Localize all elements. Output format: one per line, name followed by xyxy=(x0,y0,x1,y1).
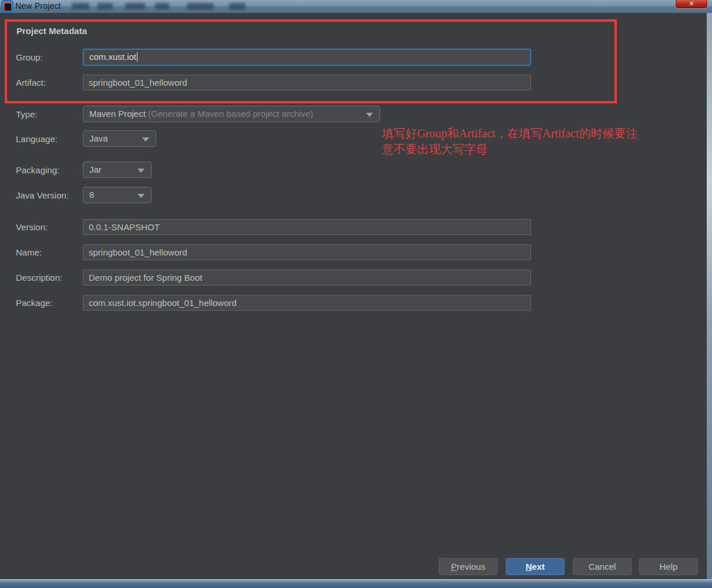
screen: New Project ✕ Project Metadata Group: co… xyxy=(0,0,712,588)
packaging-label: Packaging: xyxy=(16,162,59,178)
chevron-down-icon xyxy=(137,194,145,198)
blurred-menu-item xyxy=(229,3,246,9)
description-label: Description: xyxy=(16,270,62,285)
artifact-input[interactable]: springboot_01_helloword xyxy=(83,75,531,90)
window-title: New Project xyxy=(15,1,61,11)
red-annotation-text: 填写好Group和Artifact，在填写Artifact的时候要注 意不要出现… xyxy=(382,126,711,157)
type-dropdown-hint: (Generate a Maven based project archive) xyxy=(146,109,313,119)
group-input[interactable]: com.xust.iot xyxy=(83,49,531,66)
cancel-button[interactable]: Cancel xyxy=(573,558,632,575)
version-label: Version: xyxy=(16,219,48,235)
type-dropdown[interactable]: Maven Project (Generate a Maven based pr… xyxy=(83,106,380,122)
blurred-menu-item xyxy=(187,3,214,9)
annotation-line-1: 填写好Group和Artifact，在填写Artifact的时候要注 xyxy=(382,126,711,142)
name-input[interactable]: springboot_01_helloword xyxy=(83,244,531,260)
intellij-app-icon xyxy=(2,1,12,12)
previous-button[interactable]: Previous xyxy=(439,558,498,575)
packaging-dropdown[interactable]: Jar xyxy=(83,162,152,178)
blurred-menu-item xyxy=(98,3,113,9)
blurred-menu-item xyxy=(72,3,89,9)
window-right-edge xyxy=(706,13,712,579)
blurred-menu-item xyxy=(125,3,145,9)
description-input[interactable]: Demo project for Spring Boot xyxy=(83,270,531,285)
version-input[interactable]: 0.0.1-SNAPSHOT xyxy=(83,219,531,235)
java-version-dropdown[interactable]: 8 xyxy=(83,187,152,203)
close-button[interactable]: ✕ xyxy=(676,0,707,8)
package-label: Package: xyxy=(16,295,53,311)
help-button[interactable]: Help xyxy=(639,558,698,575)
chevron-down-icon xyxy=(137,169,145,173)
type-label: Type: xyxy=(16,106,38,122)
chevron-down-icon xyxy=(142,137,149,142)
chevron-down-icon xyxy=(366,113,373,117)
section-title: Project Metadata xyxy=(16,26,87,36)
new-project-dialog: Project Metadata Group: com.xust.iot Art… xyxy=(0,13,706,579)
package-input[interactable]: com.xust.iot.springboot_01_helloword xyxy=(83,295,531,311)
java-version-label: Java Version: xyxy=(16,187,69,203)
window-titlebar: New Project ✕ xyxy=(0,0,712,13)
artifact-label: Artifact: xyxy=(16,75,46,90)
annotation-line-2: 意不要出现大写字母 xyxy=(382,142,711,157)
next-button[interactable]: Next xyxy=(506,558,565,575)
language-label: Language: xyxy=(16,131,58,147)
close-icon: ✕ xyxy=(676,1,707,7)
window-bottom-edge xyxy=(0,579,712,588)
group-label: Group: xyxy=(16,49,43,65)
text-cursor xyxy=(137,52,137,62)
name-label: Name: xyxy=(16,244,42,260)
blurred-menu-item xyxy=(155,3,169,9)
language-dropdown[interactable]: Java xyxy=(83,130,156,147)
